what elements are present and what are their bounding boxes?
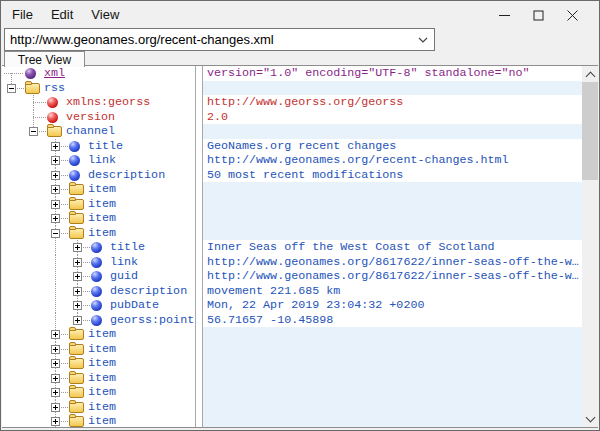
value-row-empty[interactable] [203,81,582,96]
folder-icon [69,344,84,355]
value-row[interactable]: http://www.geonames.org/8617622/inner-se… [203,255,582,270]
tree-node-link[interactable]: link [2,153,195,168]
collapse-icon[interactable] [51,229,60,238]
scroll-up-arrow-icon[interactable] [582,66,598,82]
tree-node-pubDate[interactable]: pubDate [2,298,195,313]
value-row[interactable]: version="1.0" encoding="UTF-8" standalon… [203,66,582,81]
expand-icon[interactable] [51,171,60,180]
tree-node-xmlns:georss[interactable]: xmlns:georss [2,95,195,110]
element-icon [91,257,102,268]
value-row[interactable]: http://www.geonames.org/recent-changes.h… [203,153,582,168]
value-row-empty[interactable] [203,211,582,226]
close-button[interactable] [555,6,589,24]
tree-node-description[interactable]: description [2,168,195,183]
expand-icon[interactable] [73,301,82,310]
value-row-empty[interactable] [203,356,582,371]
value-row-empty[interactable] [203,327,582,342]
scrollbar-thumb[interactable] [582,82,598,180]
tree-node-item[interactable]: item [2,356,195,371]
expand-icon[interactable] [51,388,60,397]
tree-node-rss[interactable]: rss [2,81,195,96]
tree-node-title[interactable]: title [2,139,195,154]
expand-icon[interactable] [51,359,60,368]
scroll-down-arrow-icon[interactable] [582,411,598,427]
folder-icon [25,83,40,94]
tree-node-label: title [88,139,123,154]
element-icon [91,286,102,297]
value-row[interactable]: Inner Seas off the West Coast of Scotlan… [203,240,582,255]
tree-node-description[interactable]: description [2,284,195,299]
tree-node-channel[interactable]: channel [2,124,195,139]
tree-node-xml[interactable]: xml [2,66,195,81]
value-row[interactable]: 56.71657 -10.45898 [203,313,582,328]
minimize-button[interactable] [487,6,521,24]
value-row-empty[interactable] [203,342,582,357]
value-row-empty[interactable] [203,124,582,139]
menu-file[interactable]: File [3,3,42,26]
collapse-icon[interactable] [29,127,38,136]
value-row[interactable]: 50 most recent modifications [203,168,582,183]
vertical-scrollbar[interactable] [582,66,598,427]
tree-node-label: title [110,240,145,255]
tree-node-item[interactable]: item [2,211,195,226]
tree-node-guid[interactable]: guid [2,269,195,284]
expand-icon[interactable] [51,200,60,209]
value-row-empty[interactable] [203,226,582,241]
value-row-empty[interactable] [203,182,582,197]
tree-node-item[interactable]: item [2,371,195,386]
maximize-button[interactable] [521,6,555,24]
tree-node-item[interactable]: item [2,342,195,357]
value-row[interactable]: GeoNames.org recent changes [203,139,582,154]
tree-guide-line [55,284,56,299]
value-row[interactable]: 2.0 [203,110,582,125]
expand-icon[interactable] [51,345,60,354]
tab-tree-view[interactable]: Tree View [4,51,85,67]
url-input[interactable] [5,29,412,50]
tree-node-item[interactable]: item [2,182,195,197]
value-row-empty[interactable] [203,385,582,400]
value-row[interactable]: http://www.geonames.org/8617622/inner-se… [203,269,582,284]
value-row[interactable]: http://www.georss.org/georss [203,95,582,110]
value-row-empty[interactable] [203,414,582,427]
tree-node-item[interactable]: item [2,414,195,427]
tree-node-link[interactable]: link [2,255,195,270]
expand-icon[interactable] [73,272,82,281]
tree-node-item[interactable]: item [2,226,195,241]
combobox-dropdown-button[interactable] [412,29,434,50]
expand-icon[interactable] [51,374,60,383]
tree-node-item[interactable]: item [2,197,195,212]
window-controls [487,6,589,24]
value-row-empty[interactable] [203,197,582,212]
value-row[interactable]: movement 221.685 km [203,284,582,299]
tree-node-label: link [88,153,116,168]
expand-icon[interactable] [51,417,60,426]
expand-icon[interactable] [51,185,60,194]
menu-edit[interactable]: Edit [42,3,82,26]
expand-icon[interactable] [51,156,60,165]
expand-icon[interactable] [73,316,82,325]
tree-node-item[interactable]: item [2,385,195,400]
menu-view[interactable]: View [82,3,128,26]
expand-icon[interactable] [73,287,82,296]
expand-icon[interactable] [73,243,82,252]
expand-icon[interactable] [73,258,82,267]
element-icon [91,242,102,253]
value-row-empty[interactable] [203,371,582,386]
tab-label: Tree View [18,53,71,67]
expand-icon[interactable] [51,330,60,339]
tree-node-georss:point[interactable]: georss:point [2,313,195,328]
value-row-empty[interactable] [203,400,582,415]
expand-icon[interactable] [51,142,60,151]
value-row[interactable]: Mon, 22 Apr 2019 23:04:32 +0200 [203,298,582,313]
tree-node-label: guid [110,269,138,284]
expand-icon[interactable] [51,214,60,223]
tree-node-title[interactable]: title [2,240,195,255]
expand-icon[interactable] [51,403,60,412]
tree-node-label: item [88,226,116,241]
collapse-icon[interactable] [7,84,16,93]
tree-node-version[interactable]: version [2,110,195,125]
folder-icon [69,373,84,384]
tree-node-label: rss [44,81,65,96]
tree-node-item[interactable]: item [2,327,195,342]
tree-node-item[interactable]: item [2,400,195,415]
